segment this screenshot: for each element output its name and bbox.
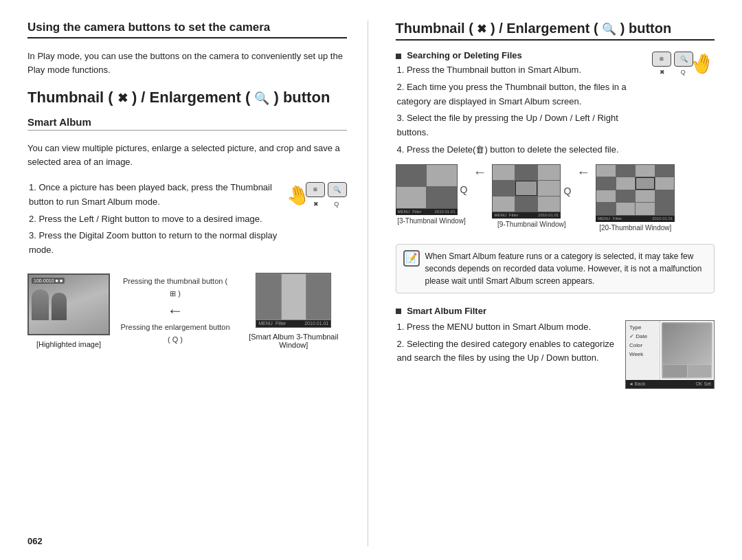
right-cam-illustration: ⊞ 🔍 ✖Q 🤚 [652, 52, 715, 76]
filter-list: Type Date Color Week [626, 321, 660, 380]
thumb-cell-1 [257, 274, 281, 320]
smart-album-filter-section: Smart Album Filter 1. Press the MENU but… [396, 306, 715, 389]
thumb-9-label: [9-Thumbnail Window] [497, 221, 565, 228]
thumb-3-item: MENUFilter2010.01.01 Q [3-Thumbnail Wind… [396, 164, 468, 225]
note-box: 📝 When Smart Album feature runs or a cat… [396, 244, 715, 293]
intro-text: In Play mode, you can use the buttons on… [27, 49, 347, 76]
right-column: Thumbnail ( ✖ ) / Enlargement ( 🔍 ) butt… [389, 21, 715, 546]
right-cam-btn-pair: ⊞ 🔍 ✖Q [652, 52, 693, 76]
filter-back-btn: ◄ Back [629, 381, 645, 386]
thumb-3-grid [396, 164, 458, 209]
thumb-9-with-arrow: MENUFilter2010.01.01 Q [492, 164, 571, 219]
search-delete-section: Searching or Deleting Files 1. Press the… [396, 50, 715, 232]
pressing-enlargement-label: Pressing the enlargement button ( Q ) [120, 322, 231, 346]
filter-box-bar: ◄ Back OK Set [626, 380, 714, 388]
filter-heading: Smart Album Filter [396, 306, 715, 316]
between-arrows-2: ← [576, 164, 590, 180]
filter-box: Type Date Color Week [625, 320, 715, 389]
sd-step-4: 4. Press the Delete(🗑) button to delete … [397, 143, 646, 157]
thumb-3-label: [3-Thumbnail Window] [397, 217, 465, 225]
thumb-20-block: MENUFilter2010.01.01 [596, 164, 675, 222]
filter-set-btn: OK Set [695, 381, 711, 386]
search-delete-header-row: Searching or Deleting Files 1. Press the… [396, 50, 715, 160]
camera-buttons-illustration: 🤚 ⊞ 🔍 ✖Q [286, 182, 347, 209]
t9-magnifier-icon: Q [563, 186, 571, 197]
filter-bullet-icon [396, 309, 401, 314]
arrow-left-icon: ← [167, 301, 183, 320]
thumb-9-block: MENUFilter2010.01.01 [492, 164, 561, 219]
highlighted-photo: 100-0010 ■ ■ [27, 273, 110, 335]
smart-bar-menu: MENU [258, 321, 273, 326]
thumb-20-label: [20-Thumbnail Window] [599, 224, 671, 232]
thumb-cell-2 [282, 274, 306, 320]
smart-bar-filter: Filter [276, 321, 286, 326]
right-thumbnail-btn: ⊞ [652, 52, 671, 67]
couple-silhouette [32, 289, 67, 320]
search-delete-steps: 1. Press the Thumbnail button in Smart A… [397, 63, 646, 157]
highlighted-image-label: [Highlighted image] [36, 340, 101, 348]
main-title: Using the camera buttons to set the came… [27, 21, 347, 38]
highlighted-image-block: 100-0010 ■ ■ [Highlighted image] [27, 273, 110, 348]
step-1: 1. Once a picture has been played back, … [29, 181, 279, 210]
thumb-3-block: MENUFilter2010.01.01 [396, 164, 458, 215]
t3-bar: MENUFilter2010.01.01 [396, 209, 458, 215]
smart-album-window-block: MENU Filter 2010.01.01 [Smart Album 3-Th… [240, 273, 346, 349]
sd-step-3: 3. Select the file by pressing the Up / … [397, 111, 646, 140]
thumb-9-grid [492, 164, 561, 212]
note-icon: 📝 [403, 250, 420, 267]
search-delete-text-block: Searching or Deleting Files 1. Press the… [396, 50, 646, 160]
filter-date: Date [628, 333, 657, 340]
filter-photo-thumbs [663, 365, 711, 377]
filter-steps: 1. Press the MENU button in Smart Album … [397, 320, 616, 368]
filter-type: Type [628, 324, 657, 331]
thumb-cell-3 [306, 274, 330, 320]
right-btn-icons-below: ✖Q [652, 69, 693, 76]
thumbnail-windows-row: MENUFilter2010.01.01 Q [3-Thumbnail Wind… [396, 164, 715, 232]
smart-album-description: You can view multiple pictures, enlarge … [27, 142, 347, 168]
smart-bar: MENU Filter 2010.01.01 [256, 320, 330, 327]
filter-step-2: 2. Selecting the desired category enable… [397, 337, 616, 366]
filter-content-row: 1. Press the MENU button in Smart Album … [396, 320, 715, 389]
right-title: Thumbnail ( ✖ ) / Enlargement ( 🔍 ) butt… [396, 21, 715, 41]
thumb-20-grid [596, 164, 675, 216]
filter-color: Color [628, 341, 657, 349]
thumb-9-item: MENUFilter2010.01.01 Q [9-Thumbnail Wind… [492, 164, 571, 228]
step-3: 3. Press the Digital Zoom button to retu… [29, 229, 279, 258]
arrow-labels-block: Pressing the thumbnail button ( ⊞ ) ← Pr… [120, 276, 231, 346]
sd-step-2: 2. Each time you press the Thumbnail but… [397, 80, 646, 109]
t9-bar: MENUFilter2010.01.01 [492, 212, 561, 219]
between-arrows: ← [473, 164, 486, 180]
left-subtitle: Thumbnail ( ✖ ) / Enlargement ( 🔍 ) butt… [27, 89, 347, 107]
smart-album-3thumb-window: MENU Filter 2010.01.01 [256, 273, 331, 328]
left-steps: 1. Once a picture has been played back, … [29, 181, 347, 260]
page-container: Using the camera buttons to set the came… [0, 0, 742, 560]
page-number: 062 [27, 536, 43, 546]
enlargement-btn: 🔍 [328, 182, 347, 197]
smart-album-illustration: 100-0010 ■ ■ [Highlighted image] Pressin… [27, 273, 347, 349]
t20-bar: MENUFilter2010.01.01 [596, 216, 675, 222]
note-text: When Smart Album feature runs or a categ… [425, 250, 708, 287]
bullet-icon [396, 54, 401, 59]
step-2: 2. Press the Left / Right button to move… [29, 212, 279, 227]
thumb-3-with-arrow: MENUFilter2010.01.01 Q [396, 164, 468, 215]
t3-magnifier-icon: Q [460, 184, 468, 195]
cam-btn-pair: ⊞ 🔍 ✖Q [306, 182, 347, 209]
filter-box-content: Type Date Color Week [626, 321, 714, 380]
search-delete-heading: Searching or Deleting Files [396, 50, 646, 60]
smart-album-window-label: [Smart Album 3-Thumbnail Window] [240, 333, 346, 349]
photo-topbar: 100-0010 ■ ■ [32, 278, 65, 284]
smart-thumb-grid [256, 273, 330, 320]
filter-photo-preview [662, 322, 712, 379]
pressing-thumbnail-label: Pressing the thumbnail button ( ⊞ ) [120, 276, 231, 300]
filter-week: Week [628, 350, 657, 358]
left-column: Using the camera buttons to set the came… [27, 21, 368, 546]
filter-step-1: 1. Press the MENU button in Smart Album … [397, 320, 616, 335]
thumb-20-item: MENUFilter2010.01.01 [20-Thumbnail Windo… [596, 164, 675, 232]
smart-album-heading: Smart Album [27, 116, 347, 131]
smart-bar-date: 2010.01.01 [304, 321, 328, 326]
filter-photo-main [663, 324, 711, 364]
sd-step-1: 1. Press the Thumbnail button in Smart A… [397, 63, 646, 78]
